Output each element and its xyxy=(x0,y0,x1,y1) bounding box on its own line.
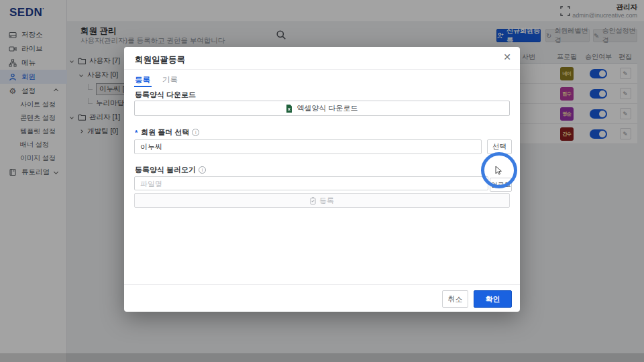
close-icon[interactable]: ✕ xyxy=(503,52,511,62)
info-icon[interactable]: i xyxy=(192,129,199,136)
import-template-label: 등록양식 불러오기 i xyxy=(135,165,206,175)
tab-active-underline xyxy=(134,86,152,87)
clipboard-icon xyxy=(310,197,316,204)
excel-file-icon xyxy=(286,105,292,113)
bottom-shade xyxy=(0,353,644,362)
modal-title: 회원일괄등록 xyxy=(135,54,185,66)
register-submit-button[interactable]: 등록 xyxy=(134,193,510,208)
app-window: SEDN’ 저장소 라이브 메뉴 회원 ⚙ 설정 사 xyxy=(0,0,644,362)
info-icon[interactable]: i xyxy=(199,166,206,174)
divider xyxy=(124,284,520,285)
folder-select-label: * 회원 폴더 선택 i xyxy=(135,127,199,137)
folder-input[interactable] xyxy=(134,139,482,154)
confirm-button[interactable]: 확인 xyxy=(474,290,512,308)
divider xyxy=(124,69,520,70)
select-button[interactable]: 선택 xyxy=(487,139,512,154)
download-template-label: 등록양식 다운로드 xyxy=(135,90,196,100)
excel-download-button[interactable]: 엑셀양식 다운로드 xyxy=(134,101,510,116)
tab-register[interactable]: 등록 xyxy=(135,75,150,85)
bulk-register-modal: 회원일괄등록 ✕ 등록 기록 등록양식 다운로드 엑셀양식 다운로드 * 회원 … xyxy=(124,47,520,312)
required-mark: * xyxy=(135,129,138,137)
cancel-button[interactable]: 취소 xyxy=(442,290,468,308)
tab-history[interactable]: 기록 xyxy=(162,75,178,85)
filename-input[interactable] xyxy=(134,176,488,190)
upload-button[interactable]: 업로드 xyxy=(490,178,512,192)
